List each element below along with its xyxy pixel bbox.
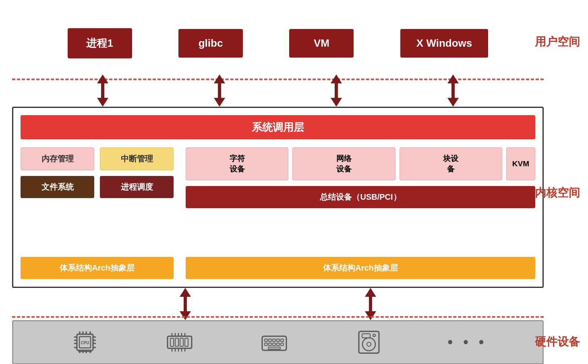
process1-box: 进程1	[68, 28, 132, 58]
arrow-stem	[451, 83, 455, 98]
svg-rect-36	[265, 339, 267, 341]
arrow-2	[214, 74, 225, 107]
arrow-up-icon	[447, 74, 459, 83]
dashed-line-bottom	[12, 316, 544, 318]
svg-rect-24	[185, 338, 188, 346]
hardware-section: CPU	[12, 320, 544, 364]
arrow-down-icon	[331, 98, 342, 107]
svg-rect-46	[268, 347, 280, 349]
arch-left-cell: 体系结构Arch抽象层	[21, 257, 174, 279]
svg-rect-41	[265, 343, 267, 345]
svg-rect-22	[175, 338, 178, 346]
svg-rect-23	[180, 338, 183, 346]
kernel-right-top: 字符设备 网络设备 块设备 KVM	[186, 147, 535, 180]
svg-rect-43	[273, 343, 275, 345]
svg-rect-44	[277, 343, 280, 345]
kernel-internals: 内存管理 中断管理 文件系统 进程调度 字符设备 网络设备 块设备 KVM 总结…	[21, 147, 535, 252]
arrow-up-icon	[365, 288, 376, 297]
user-kernel-arrows	[12, 74, 544, 107]
svg-rect-21	[170, 338, 174, 346]
svg-rect-42	[269, 343, 271, 345]
arch-left-container: 体系结构Arch抽象层	[21, 257, 174, 279]
char-dev-cell: 字符设备	[186, 147, 288, 180]
glibc-box: glibc	[178, 29, 243, 58]
arrow-4	[447, 74, 459, 107]
svg-rect-39	[277, 339, 280, 341]
user-space-section: 进程1 glibc VM X Windows	[12, 12, 544, 74]
arrow-down-icon	[214, 98, 225, 107]
svg-point-51	[373, 334, 375, 337]
arrow-down-icon	[447, 98, 459, 107]
kernel-space-box: 系统调用层 内存管理 中断管理 文件系统 进程调度 字符设备 网络设备 块设	[12, 107, 544, 288]
svg-rect-50	[362, 334, 370, 338]
blk-dev-cell: 块设备	[400, 147, 502, 180]
arrow-down-icon	[365, 311, 376, 320]
disk-icon	[353, 326, 385, 358]
arrow-stem	[101, 83, 104, 98]
mem-mgmt-cell: 内存管理	[21, 147, 94, 170]
proc-sched-cell: 进程调度	[100, 176, 174, 198]
arrow-hw-right	[365, 288, 376, 320]
kernel-row-2: 文件系统 进程调度	[21, 176, 174, 198]
arrow-hw-left	[180, 288, 191, 320]
bus-dev-cell: 总结设备（USB/PCI）	[186, 186, 535, 208]
arrow-3	[331, 74, 342, 107]
arrow-stem	[369, 297, 372, 311]
kernel-hw-arrows	[12, 288, 544, 320]
xwindows-box: X Windows	[400, 29, 488, 58]
arrow-up-icon	[180, 288, 191, 297]
arch-right-cell: 体系结构Arch抽象层	[186, 257, 535, 279]
interrupt-cell: 中断管理	[100, 147, 174, 170]
cpu-icon: CPU	[69, 326, 101, 358]
svg-rect-40	[281, 339, 284, 341]
vm-box: VM	[289, 29, 354, 58]
kvm-cell: KVM	[506, 147, 535, 180]
arrow-up-icon	[214, 74, 225, 83]
svg-point-48	[362, 338, 375, 351]
arrow-up-icon	[331, 74, 342, 83]
arrow-down-icon	[180, 311, 191, 320]
svg-point-49	[367, 342, 371, 346]
arrow-stem	[184, 297, 187, 311]
svg-rect-45	[281, 343, 284, 345]
arrow-1	[97, 74, 108, 107]
svg-rect-37	[269, 339, 271, 341]
kernel-row-1: 内存管理 中断管理	[21, 147, 174, 170]
kernel-left-group: 内存管理 中断管理 文件系统 进程调度	[21, 147, 174, 252]
svg-rect-38	[273, 339, 275, 341]
syscall-layer: 系统调用层	[21, 115, 535, 139]
arch-right-container: 体系结构Arch抽象层	[186, 257, 535, 279]
keyboard-icon	[258, 326, 290, 358]
svg-text:CPU: CPU	[81, 341, 89, 345]
arrow-stem	[218, 83, 221, 98]
kernel-space-label: 内核空间	[535, 185, 580, 201]
kernel-right-group: 字符设备 网络设备 块设备 KVM 总结设备（USB/PCI）	[186, 147, 535, 252]
net-dev-cell: 网络设备	[292, 147, 395, 180]
arrow-stem	[335, 83, 338, 98]
diagram-container: 进程1 glibc VM X Windows 用户空间	[12, 12, 576, 352]
user-space-label: 用户空间	[535, 34, 580, 50]
filesystem-cell: 文件系统	[21, 176, 94, 198]
hardware-label: 硬件设备	[535, 334, 580, 350]
arrow-down-icon	[97, 98, 108, 107]
memory-icon	[164, 326, 196, 358]
more-dots: • • •	[448, 334, 487, 351]
arrow-up-icon	[97, 74, 108, 83]
arch-row: 体系结构Arch抽象层 体系结构Arch抽象层	[21, 257, 535, 279]
